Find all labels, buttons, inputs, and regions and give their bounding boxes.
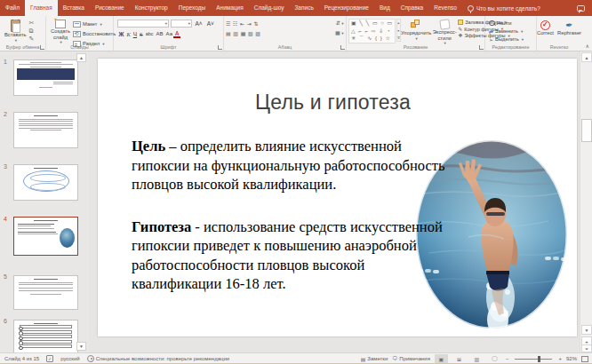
slide-thumbnail-1[interactable]: 1 — [0, 57, 89, 103]
slide-thumbnail-5[interactable]: 5 — [0, 272, 89, 318]
font-dialog-launcher[interactable] — [218, 45, 222, 50]
tab-слайд-шоу[interactable]: Слайд-шоу — [249, 0, 290, 16]
find-button[interactable]: Найти — [489, 20, 512, 27]
zoom-slider-thumb[interactable] — [538, 356, 540, 362]
layout-button[interactable]: Макет — [73, 20, 116, 28]
font-format-button-1[interactable]: К — [125, 30, 132, 38]
tab-вставка[interactable]: Вставка — [58, 0, 90, 16]
scroll-up-icon[interactable]: ▲ — [581, 52, 592, 62]
tab-запись[interactable]: Запись — [289, 0, 318, 16]
tab-revenso[interactable]: Revenso — [428, 0, 462, 16]
font-format-button-3[interactable]: S — [139, 30, 145, 38]
slide-thumbnail-3[interactable]: 3 — [0, 162, 89, 208]
comments-icon[interactable] — [577, 5, 585, 12]
normal-view-icon[interactable]: ▣ — [435, 354, 448, 364]
paste-icon — [11, 20, 20, 32]
grow-font-icon[interactable]: A˄ — [194, 20, 204, 28]
slide-body-text[interactable]: Цель – определить влияние искусственной … — [132, 137, 448, 294]
format-painter-icon[interactable]: ✎ — [29, 36, 35, 43]
spellcheck-icon[interactable]: ✓ — [46, 355, 53, 362]
slide-thumbnail-6[interactable]: 6 — [0, 316, 89, 352]
font-format-button-6[interactable]: Аа — [164, 30, 173, 38]
font-size-combo[interactable] — [171, 20, 192, 28]
thumbnails-scroll-down-icon[interactable]: ▼ — [76, 342, 86, 351]
tab-справка[interactable]: Справка — [396, 0, 429, 16]
language-label[interactable]: русский — [60, 356, 80, 361]
select-button[interactable]: ➢Выделить — [489, 36, 524, 43]
tab-вид[interactable]: Вид — [374, 0, 396, 16]
font-buttons-row: ЖКЧSabcАВАаА — [117, 30, 180, 38]
title-bar: ФайлГлавнаяВставкаРисованиеКонструкторПе… — [0, 0, 592, 16]
slide-sorter-view-icon[interactable]: ⊞ — [452, 354, 466, 364]
notes-button[interactable]: ▤Заметки — [361, 356, 388, 362]
thumb4-swimmer-image — [60, 228, 75, 248]
zoom-out-icon[interactable]: − — [506, 356, 509, 361]
comments-button[interactable]: 🗨Примечания — [392, 356, 430, 361]
fit-to-window-icon[interactable] — [581, 356, 588, 362]
shape-fill-icon — [458, 20, 463, 25]
zoom-in-icon[interactable]: + — [558, 356, 562, 361]
comment-bubble-icon: 🗨 — [392, 356, 397, 361]
shape-row-1[interactable]: △ ⌐ ⌐ ⇨ ⇩ ◔ — [351, 28, 393, 36]
slideshow-view-icon[interactable]: 🖵 — [488, 354, 501, 364]
font-format-button-4[interactable]: abc — [144, 30, 155, 38]
tab-конструктор[interactable]: Конструктор — [130, 0, 173, 16]
tab-рисование[interactable]: Рисование — [90, 0, 130, 16]
replace-button[interactable]: ⇄Заменить — [489, 28, 523, 35]
next-slide-icon[interactable]: ⏷ — [581, 344, 592, 352]
tab-анимация[interactable]: Анимация — [211, 0, 249, 16]
reverso-correct-button[interactable]: ✓ Correct — [537, 20, 554, 36]
font-format-button-0[interactable]: Ж — [117, 30, 125, 38]
accessibility-icon — [87, 355, 94, 362]
quick-styles-button[interactable]: Экспресс-стили — [431, 19, 458, 46]
clipboard-dialog-launcher[interactable] — [40, 45, 44, 50]
slide-thumbnail-4[interactable]: 4 — [0, 214, 89, 264]
thumbnails-scroll-up-icon[interactable]: ▲ — [76, 53, 86, 62]
shape-row-2[interactable]: ✳ ⌒ ∿ { } ☆ — [351, 35, 393, 43]
bullets-numbering-indent-icons[interactable]: ☰ ☷ ⇤ ⇥ ⇅ — [226, 20, 259, 28]
tab-рецензирование[interactable]: Рецензирование — [319, 0, 374, 16]
select-icon: ➢ — [489, 36, 493, 43]
font-format-button-5[interactable]: АВ — [155, 30, 164, 38]
arrange-button[interactable]: Упорядочить — [401, 19, 431, 42]
reverso-rephraser-button[interactable]: ✒ Rephraser — [557, 20, 581, 36]
reading-view-icon[interactable]: ▥ — [470, 354, 484, 364]
reset-icon — [73, 31, 81, 37]
scrollbar-thumb[interactable] — [581, 119, 592, 142]
tell-me-box[interactable]: Что вы хотите сделать? — [462, 0, 540, 16]
accessibility-status[interactable]: Специальные возможности: проверьте реком… — [87, 355, 229, 362]
columns-icon[interactable]: ▦ — [335, 29, 344, 38]
zoom-slider[interactable] — [515, 359, 552, 360]
reset-button[interactable]: Восстановить — [73, 29, 116, 38]
cut-icon[interactable]: ✂ — [29, 20, 35, 27]
main-vertical-scrollbar[interactable]: ▲ ▼ ⏶ ⏷ — [580, 51, 592, 352]
alignment-icons[interactable]: ▤ ▥ ▦ ▧ ▨ — [226, 30, 261, 38]
shape-effects-icon: ❖ — [458, 33, 462, 38]
new-slide-icon — [55, 20, 66, 28]
new-slide-button[interactable]: Создать слайд — [48, 19, 73, 45]
group-drawing: ▣ ╲ ╲ ▭ ○ ▭△ ⌐ ⌐ ⇨ ⇩ ◔✳ ⌒ ∿ { } ☆ ▴▾⊽ Уп… — [347, 16, 485, 51]
current-slide[interactable]: Цель и гипотеза — [98, 59, 577, 336]
copy-icon[interactable]: ⧉ — [29, 28, 35, 35]
shape-row-0[interactable]: ▣ ╲ ╲ ▭ ○ ▭ — [351, 20, 393, 28]
paragraph-dialog-launcher[interactable] — [340, 45, 345, 50]
tab-главная[interactable]: Главная — [25, 0, 58, 16]
lightbulb-icon — [468, 5, 474, 12]
collapse-ribbon-icon[interactable]: ∧ — [586, 43, 589, 49]
font-format-button-7[interactable]: А — [173, 30, 180, 38]
shapes-gallery[interactable]: ▣ ╲ ╲ ▭ ○ ▭△ ⌐ ⌐ ⇨ ⇩ ◔✳ ⌒ ∿ { } ☆ — [348, 19, 396, 44]
slide-title[interactable]: Цель и гипотеза — [98, 91, 568, 115]
zoom-level[interactable]: 92% — [566, 356, 577, 361]
tab-файл[interactable]: Файл — [0, 0, 25, 16]
font-format-button-2[interactable]: Ч — [132, 30, 138, 38]
shrink-font-icon[interactable]: A˅ — [205, 20, 215, 28]
paste-button[interactable]: Вставить — [2, 19, 29, 44]
scroll-down-icon[interactable]: ▼ — [581, 325, 592, 335]
drawing-dialog-launcher[interactable] — [479, 45, 484, 50]
tab-переходы[interactable]: Переходы — [173, 0, 212, 16]
font-name-combo[interactable] — [117, 20, 169, 28]
group-paragraph: ☰ ☷ ⇤ ⇥ ⇅ ⇵ ▤ ▥ ▦ ▧ ▨ ▦ Абзац — [224, 16, 347, 51]
slide-thumbnail-2[interactable]: 2 — [0, 109, 89, 155]
replace-icon: ⇄ — [489, 28, 493, 35]
text-direction-icon[interactable]: ⇵ — [336, 20, 344, 28]
